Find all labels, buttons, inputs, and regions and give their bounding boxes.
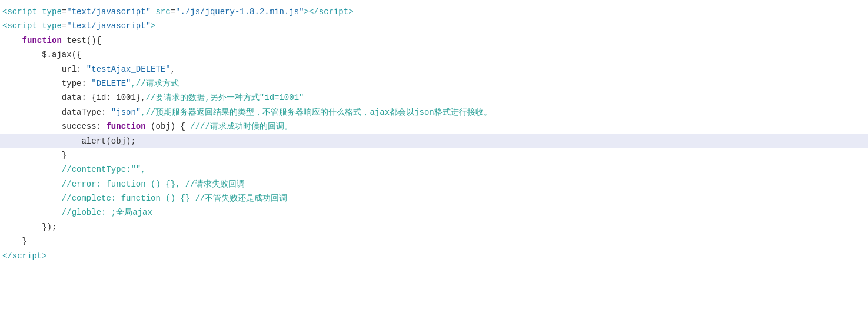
code-line: function test(){ xyxy=(0,34,868,48)
code-line: dataType: "json",//预期服务器返回结果的类型，不管服务器响应的… xyxy=(0,105,868,119)
code-line: url: "testAjax_DELETE", xyxy=(0,62,868,76)
code-line: type: "DELETE",//请求方式 xyxy=(0,76,868,91)
code-line: alert(obj); xyxy=(0,134,868,148)
code-line: //complete: function () {} //不管失败还是成功回调 xyxy=(0,191,868,205)
code-editor: <script type="text/javascript" src="./js… xyxy=(0,0,868,333)
code-line: }); xyxy=(0,220,868,234)
code-line: <script type="text/javascript"> xyxy=(0,19,868,33)
code-line: success: function (obj) { ////请求成功时候的回调。 xyxy=(0,119,868,134)
code-line: //error: function () {}, //请求失败回调 xyxy=(0,177,868,191)
code-line: } xyxy=(0,148,868,162)
code-line: //globle: ;全局ajax xyxy=(0,205,868,219)
code-line: <script type="text/javascript" src="./js… xyxy=(0,5,868,19)
code-line: $.ajax({ xyxy=(0,48,868,62)
code-line: } xyxy=(0,234,868,248)
code-line: //contentType:"", xyxy=(0,162,868,177)
code-line: </script> xyxy=(0,249,868,263)
code-line: data: {id: 1001},//要请求的数据,另外一种方式"id=1001… xyxy=(0,91,868,105)
